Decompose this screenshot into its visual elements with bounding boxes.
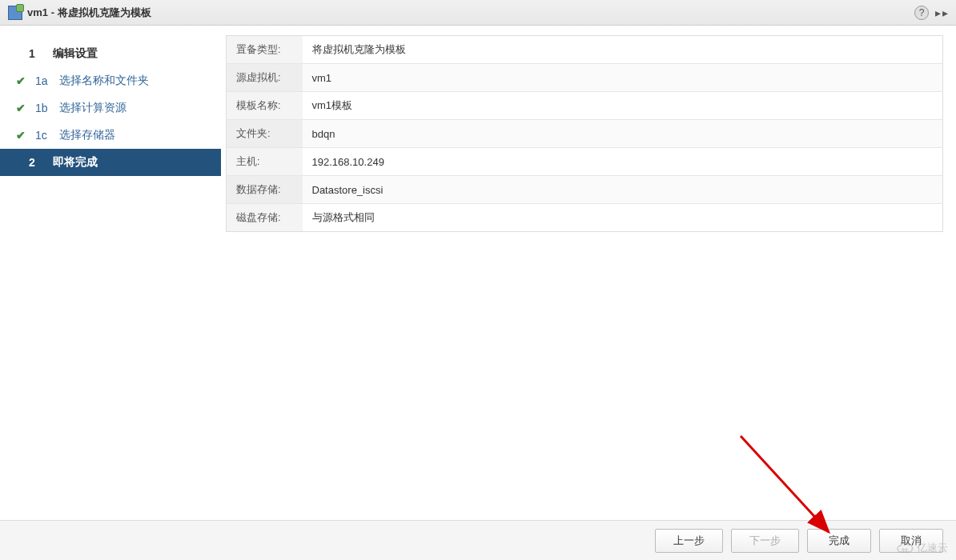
watermark: 亿速云	[896, 541, 948, 555]
finish-button[interactable]: 完成	[807, 529, 871, 553]
row-label: 源虚拟机:	[227, 64, 303, 92]
table-row: 磁盘存储: 与源格式相同	[227, 204, 943, 232]
wizard-sidebar: ✔ 1 编辑设置 ✔ 1a 选择名称和文件夹 ✔ 1b 选择计算资源 ✔ 1c …	[0, 26, 221, 520]
table-row: 数据存储: Datastore_iscsi	[227, 176, 943, 204]
row-label: 文件夹:	[227, 120, 303, 148]
row-label: 模板名称:	[227, 92, 303, 120]
table-row: 主机: 192.168.10.249	[227, 148, 943, 176]
step-label: 编辑设置	[53, 46, 98, 61]
help-icon[interactable]: ?	[914, 6, 929, 20]
row-value: Datastore_iscsi	[303, 176, 943, 204]
step-number: 1b	[35, 102, 59, 114]
dialog-body: ✔ 1 编辑设置 ✔ 1a 选择名称和文件夹 ✔ 1b 选择计算资源 ✔ 1c …	[0, 26, 956, 520]
dialog-title: vm1 - 将虚拟机克隆为模板	[27, 6, 914, 20]
row-label: 磁盘存储:	[227, 204, 303, 232]
wizard-step-edit-settings[interactable]: ✔ 1 编辑设置	[0, 40, 221, 67]
step-label: 即将完成	[53, 155, 98, 170]
wizard-content: 置备类型: 将虚拟机克隆为模板 源虚拟机: vm1 模板名称: vm1模板 文件…	[221, 26, 956, 520]
step-label: 选择存储器	[59, 128, 115, 142]
table-row: 模板名称: vm1模板	[227, 92, 943, 120]
nav-arrow-right-2-icon: ▸	[942, 6, 948, 19]
step-label: 选择名称和文件夹	[59, 74, 149, 88]
header-controls: ? ▸▸	[914, 6, 948, 20]
row-value: 192.168.10.249	[303, 148, 943, 176]
step-number: 1a	[35, 74, 59, 87]
svg-point-2	[902, 549, 904, 550]
check-icon: ✔	[16, 129, 30, 142]
wizard-step-select-storage[interactable]: ✔ 1c 选择存储器	[0, 122, 221, 149]
vm-icon	[8, 6, 22, 20]
table-row: 文件夹: bdqn	[227, 120, 943, 148]
nav-arrows-icon[interactable]: ▸▸	[935, 6, 948, 19]
back-button[interactable]: 上一步	[655, 529, 723, 553]
row-value: 将虚拟机克隆为模板	[303, 36, 943, 64]
step-number: 1	[29, 47, 53, 60]
step-number: 2	[29, 156, 53, 169]
row-value: vm1	[303, 64, 943, 92]
summary-table: 置备类型: 将虚拟机克隆为模板 源虚拟机: vm1 模板名称: vm1模板 文件…	[226, 35, 943, 232]
check-icon: ✔	[16, 74, 30, 87]
next-button: 下一步	[731, 529, 799, 553]
wizard-step-select-name[interactable]: ✔ 1a 选择名称和文件夹	[0, 67, 221, 94]
wizard-step-ready-complete[interactable]: ✔ 2 即将完成	[0, 149, 221, 176]
check-icon: ✔	[16, 102, 30, 114]
row-label: 数据存储:	[227, 176, 303, 204]
dialog-header: vm1 - 将虚拟机克隆为模板 ? ▸▸	[0, 0, 956, 26]
step-number: 1c	[35, 129, 59, 142]
row-value: bdqn	[303, 120, 943, 148]
step-label: 选择计算资源	[59, 101, 127, 115]
row-value: vm1模板	[303, 92, 943, 120]
row-value: 与源格式相同	[303, 204, 943, 232]
watermark-text: 亿速云	[917, 541, 948, 555]
wizard-step-select-compute[interactable]: ✔ 1b 选择计算资源	[0, 94, 221, 122]
cloud-icon	[896, 542, 914, 554]
dialog-footer: 上一步 下一步 完成 取消	[0, 520, 956, 560]
row-label: 置备类型:	[227, 36, 303, 64]
row-label: 主机:	[227, 148, 303, 176]
table-row: 源虚拟机: vm1	[227, 64, 943, 92]
table-row: 置备类型: 将虚拟机克隆为模板	[227, 36, 943, 64]
nav-arrow-right-1-icon: ▸	[935, 6, 941, 19]
svg-point-3	[906, 549, 907, 550]
